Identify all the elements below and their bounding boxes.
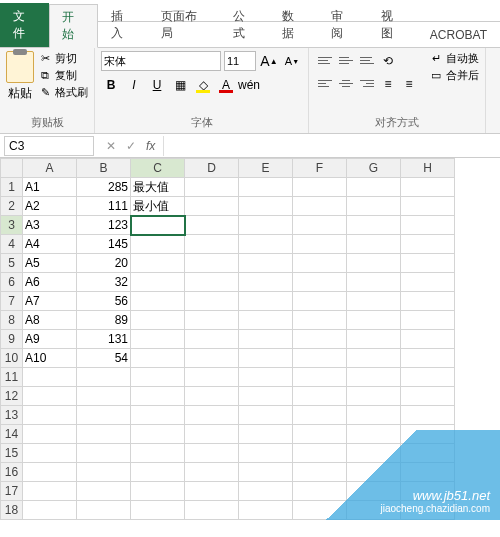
tab-layout[interactable]: 页面布局 bbox=[148, 3, 220, 47]
cell-E17[interactable] bbox=[239, 482, 293, 501]
cell-B7[interactable]: 56 bbox=[77, 292, 131, 311]
row-header-14[interactable]: 14 bbox=[1, 425, 23, 444]
tab-data[interactable]: 数据 bbox=[269, 3, 318, 47]
cell-F18[interactable] bbox=[293, 501, 347, 520]
name-box[interactable]: C3 bbox=[4, 136, 94, 156]
cell-C1[interactable]: 最大值 bbox=[131, 178, 185, 197]
cell-B11[interactable] bbox=[77, 368, 131, 387]
cell-A17[interactable] bbox=[23, 482, 77, 501]
cell-D1[interactable] bbox=[185, 178, 239, 197]
copy-button[interactable]: ⧉复制 bbox=[38, 68, 88, 83]
cell-E16[interactable] bbox=[239, 463, 293, 482]
cell-A9[interactable]: A9 bbox=[23, 330, 77, 349]
cell-H12[interactable] bbox=[401, 387, 455, 406]
row-header-6[interactable]: 6 bbox=[1, 273, 23, 292]
cell-B2[interactable]: 111 bbox=[77, 197, 131, 216]
cell-A4[interactable]: A4 bbox=[23, 235, 77, 254]
column-header-H[interactable]: H bbox=[401, 159, 455, 178]
cell-B5[interactable]: 20 bbox=[77, 254, 131, 273]
cell-E6[interactable] bbox=[239, 273, 293, 292]
cell-E8[interactable] bbox=[239, 311, 293, 330]
tab-insert[interactable]: 插入 bbox=[98, 3, 147, 47]
cell-E5[interactable] bbox=[239, 254, 293, 273]
column-header-D[interactable]: D bbox=[185, 159, 239, 178]
font-size-select[interactable] bbox=[224, 51, 256, 71]
cell-C15[interactable] bbox=[131, 444, 185, 463]
cell-D6[interactable] bbox=[185, 273, 239, 292]
tab-acrobat[interactable]: ACROBAT bbox=[417, 23, 500, 47]
cell-A8[interactable]: A8 bbox=[23, 311, 77, 330]
format-painter-button[interactable]: ✎格式刷 bbox=[38, 85, 88, 100]
cell-H1[interactable] bbox=[401, 178, 455, 197]
row-header-9[interactable]: 9 bbox=[1, 330, 23, 349]
cell-F7[interactable] bbox=[293, 292, 347, 311]
tab-file[interactable]: 文件 bbox=[0, 3, 49, 47]
formula-input[interactable] bbox=[163, 136, 500, 156]
cell-F14[interactable] bbox=[293, 425, 347, 444]
cell-F9[interactable] bbox=[293, 330, 347, 349]
wrap-text-button[interactable]: ↵自动换 bbox=[429, 51, 479, 66]
align-left-button[interactable] bbox=[315, 74, 335, 92]
cell-D9[interactable] bbox=[185, 330, 239, 349]
cell-C2[interactable]: 最小值 bbox=[131, 197, 185, 216]
cell-G13[interactable] bbox=[347, 406, 401, 425]
cell-G18[interactable] bbox=[347, 501, 401, 520]
cell-F16[interactable] bbox=[293, 463, 347, 482]
cell-G1[interactable] bbox=[347, 178, 401, 197]
decrease-indent-button[interactable]: ≡ bbox=[378, 74, 398, 94]
cell-A3[interactable]: A3 bbox=[23, 216, 77, 235]
cell-B12[interactable] bbox=[77, 387, 131, 406]
cell-D13[interactable] bbox=[185, 406, 239, 425]
cell-D12[interactable] bbox=[185, 387, 239, 406]
column-header-G[interactable]: G bbox=[347, 159, 401, 178]
align-top-button[interactable] bbox=[315, 51, 335, 69]
cell-E10[interactable] bbox=[239, 349, 293, 368]
row-header-15[interactable]: 15 bbox=[1, 444, 23, 463]
cell-B15[interactable] bbox=[77, 444, 131, 463]
cell-B6[interactable]: 32 bbox=[77, 273, 131, 292]
cell-H15[interactable] bbox=[401, 444, 455, 463]
row-header-11[interactable]: 11 bbox=[1, 368, 23, 387]
cell-H4[interactable] bbox=[401, 235, 455, 254]
column-header-C[interactable]: C bbox=[131, 159, 185, 178]
cell-B1[interactable]: 285 bbox=[77, 178, 131, 197]
cell-D3[interactable] bbox=[185, 216, 239, 235]
cell-H13[interactable] bbox=[401, 406, 455, 425]
cell-A6[interactable]: A6 bbox=[23, 273, 77, 292]
cell-A14[interactable] bbox=[23, 425, 77, 444]
cell-E13[interactable] bbox=[239, 406, 293, 425]
cell-E1[interactable] bbox=[239, 178, 293, 197]
worksheet[interactable]: ABCDEFGH 1A1285最大值2A2111最小值3A31234A41455… bbox=[0, 158, 500, 520]
cell-E18[interactable] bbox=[239, 501, 293, 520]
cell-G3[interactable] bbox=[347, 216, 401, 235]
cell-D14[interactable] bbox=[185, 425, 239, 444]
cell-E2[interactable] bbox=[239, 197, 293, 216]
row-header-5[interactable]: 5 bbox=[1, 254, 23, 273]
row-header-4[interactable]: 4 bbox=[1, 235, 23, 254]
cell-H3[interactable] bbox=[401, 216, 455, 235]
cell-A10[interactable]: A10 bbox=[23, 349, 77, 368]
cell-H5[interactable] bbox=[401, 254, 455, 273]
phonetic-button[interactable]: wén bbox=[239, 75, 259, 95]
select-all-corner[interactable] bbox=[1, 159, 23, 178]
cell-C10[interactable] bbox=[131, 349, 185, 368]
cell-G4[interactable] bbox=[347, 235, 401, 254]
row-header-16[interactable]: 16 bbox=[1, 463, 23, 482]
cell-D4[interactable] bbox=[185, 235, 239, 254]
cell-A7[interactable]: A7 bbox=[23, 292, 77, 311]
cell-E12[interactable] bbox=[239, 387, 293, 406]
cell-H6[interactable] bbox=[401, 273, 455, 292]
merge-center-button[interactable]: ▭合并后 bbox=[429, 68, 479, 83]
row-header-12[interactable]: 12 bbox=[1, 387, 23, 406]
italic-button[interactable]: I bbox=[124, 75, 144, 95]
cell-C16[interactable] bbox=[131, 463, 185, 482]
cell-D2[interactable] bbox=[185, 197, 239, 216]
cell-E9[interactable] bbox=[239, 330, 293, 349]
cell-F8[interactable] bbox=[293, 311, 347, 330]
cell-D5[interactable] bbox=[185, 254, 239, 273]
cell-B8[interactable]: 89 bbox=[77, 311, 131, 330]
cell-B9[interactable]: 131 bbox=[77, 330, 131, 349]
column-header-E[interactable]: E bbox=[239, 159, 293, 178]
cell-G17[interactable] bbox=[347, 482, 401, 501]
cell-C4[interactable] bbox=[131, 235, 185, 254]
